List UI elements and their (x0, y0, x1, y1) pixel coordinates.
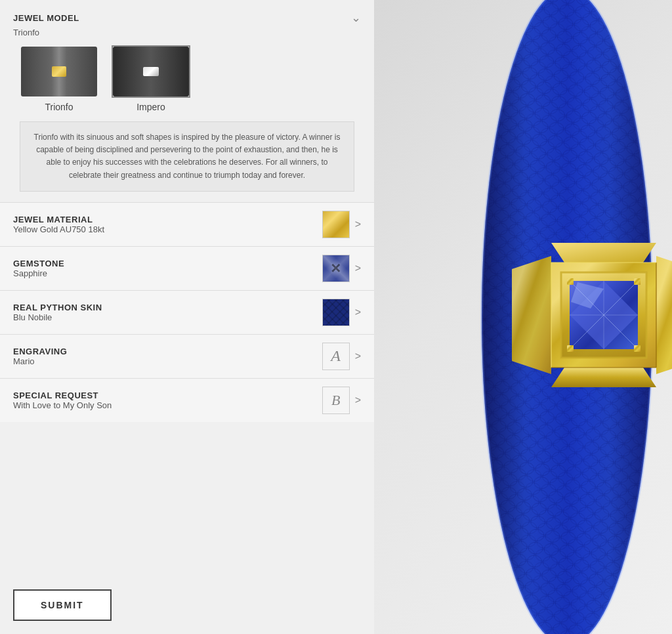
trionfo-thumbnail (20, 45, 98, 98)
description-text: Trionfo with its sinuous and soft shapes… (34, 133, 341, 180)
engraving-right: A > (322, 343, 361, 370)
svg-marker-12 (656, 256, 672, 374)
special-request-row[interactable]: SPECIAL REQUEST With Love to My Only Son… (0, 378, 374, 422)
python-swatch (322, 299, 350, 326)
engraving-title: ENGRAVING (13, 347, 67, 356)
jewel-model-header[interactable]: JEWEL MODEL ⌄ (13, 11, 361, 25)
jewel-material-left: JEWEL MATERIAL Yellow Gold AU750 18kt (13, 215, 104, 234)
engraving-swatch: A (322, 343, 350, 370)
model-impero[interactable]: Impero (112, 45, 190, 112)
impero-label: Impero (136, 102, 165, 112)
python-skin-value: Blu Nobile (13, 312, 102, 322)
sapphire-swatch (322, 255, 350, 282)
jewel-model-title: JEWEL MODEL (13, 13, 79, 23)
python-skin-right: > (322, 299, 361, 326)
special-request-arrow-icon: > (355, 394, 361, 406)
gemstone-left: GEMSTONE Sapphire (13, 259, 64, 278)
jewel-material-arrow-icon: > (355, 219, 361, 230)
svg-rect-27 (634, 345, 640, 352)
special-request-swatch: B (322, 387, 350, 414)
svg-rect-24 (567, 278, 574, 285)
gemstone-title: GEMSTONE (13, 259, 64, 268)
right-panel (374, 0, 672, 634)
jewel-model-chevron-icon: ⌄ (351, 11, 361, 25)
jewel-scene (374, 0, 672, 634)
jewel-model-selected: Trionfo (13, 28, 361, 37)
python-skin-left: REAL PYTHON SKIN Blu Nobile (13, 303, 102, 322)
gold-swatch (322, 211, 350, 238)
svg-rect-26 (567, 345, 574, 352)
jewel-material-title: JEWEL MATERIAL (13, 215, 104, 224)
special-request-left: SPECIAL REQUEST With Love to My Only Son (13, 391, 112, 410)
python-skin-row[interactable]: REAL PYTHON SKIN Blu Nobile > (0, 290, 374, 334)
engraving-value: Mario (13, 356, 67, 366)
engraving-swatch-letter: A (331, 347, 341, 365)
svg-marker-13 (551, 243, 656, 263)
special-request-right: B > (322, 387, 361, 414)
engraving-left: ENGRAVING Mario (13, 347, 67, 366)
svg-marker-14 (551, 368, 656, 387)
jewel-material-value: Yellow Gold AU750 18kt (13, 224, 104, 234)
jewel-material-right: > (322, 211, 361, 238)
gemstone-arrow-icon: > (355, 263, 361, 274)
gemstone-row[interactable]: GEMSTONE Sapphire > (0, 246, 374, 290)
submit-button[interactable]: SUBMIT (13, 589, 112, 621)
gemstone-right: > (322, 255, 361, 282)
special-request-title: SPECIAL REQUEST (13, 391, 112, 400)
model-thumbnails: Trionfo Impero (13, 45, 361, 112)
engraving-arrow-icon: > (355, 350, 361, 362)
gemstone-value: Sapphire (13, 268, 64, 278)
left-panel: JEWEL MODEL ⌄ Trionfo Trionfo (0, 0, 374, 634)
gold-clasp-svg (505, 217, 672, 413)
svg-marker-11 (512, 256, 551, 374)
python-skin-title: REAL PYTHON SKIN (13, 303, 102, 312)
svg-rect-25 (634, 278, 640, 285)
impero-thumbnail (112, 45, 190, 98)
jewel-model-section: JEWEL MODEL ⌄ Trionfo Trionfo (0, 0, 374, 202)
model-description: Trionfo with its sinuous and soft shapes… (20, 121, 354, 192)
model-trionfo[interactable]: Trionfo (20, 45, 98, 112)
trionfo-label: Trionfo (45, 102, 73, 112)
special-request-value: With Love to My Only Son (13, 400, 112, 410)
submit-container: SUBMIT (0, 576, 374, 634)
python-skin-arrow-icon: > (355, 306, 361, 318)
jewel-material-row[interactable]: JEWEL MATERIAL Yellow Gold AU750 18kt > (0, 202, 374, 246)
engraving-row[interactable]: ENGRAVING Mario A > (0, 334, 374, 378)
special-swatch-letter: B (331, 392, 340, 409)
